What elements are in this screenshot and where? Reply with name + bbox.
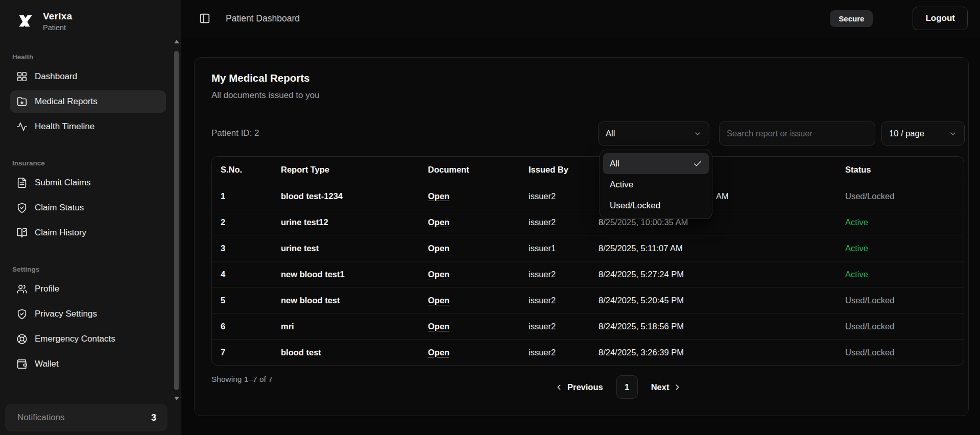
open-document-link[interactable]: Open xyxy=(428,348,449,357)
scrollbar-thumb[interactable] xyxy=(174,51,179,390)
next-page-button[interactable]: Next xyxy=(651,382,682,392)
patient-id-label: Patient ID: 2 xyxy=(211,128,259,138)
cell-sno: 7 xyxy=(221,348,281,357)
status-filter-select[interactable]: All xyxy=(598,122,709,146)
shield-check-icon xyxy=(16,202,28,213)
book-check-icon xyxy=(16,227,28,238)
sidebar-item-submit-claims[interactable]: Submit Claims xyxy=(10,172,166,194)
sidebar-item-dashboard[interactable]: Dashboard xyxy=(10,65,166,88)
cell-issued-at: 8/24/2025, 3:26:39 PM xyxy=(599,348,845,357)
open-document-link[interactable]: Open xyxy=(428,296,449,305)
section-label-settings: Settings xyxy=(12,265,166,273)
dropdown-option-active[interactable]: Active xyxy=(603,174,709,195)
main-area: Patient Dashboard Secure Logout My Medic… xyxy=(181,0,980,435)
content: My Medical Reports All documents issued … xyxy=(181,37,980,435)
scroll-up-arrow-icon[interactable] xyxy=(174,40,179,43)
cell-issued-by: issuer1 xyxy=(529,244,599,253)
sidebar-item-medical-reports[interactable]: Medical Reports xyxy=(10,90,166,113)
status-badge: Used/Locked xyxy=(845,191,964,201)
life-buoy-icon xyxy=(16,333,28,345)
table-row: 5new blood testOpenissuer28/24/2025, 5:2… xyxy=(212,287,964,313)
section-label-insurance: Insurance xyxy=(12,159,166,167)
sidebar-item-privacy-settings[interactable]: Privacy Settings xyxy=(10,303,166,325)
cell-issued-by: issuer2 xyxy=(529,270,599,279)
cell-report-type: new blood test xyxy=(281,296,428,305)
cell-report-type: urine test xyxy=(281,244,428,253)
previous-page-button[interactable]: Previous xyxy=(555,382,603,392)
sidebar-item-label: Wallet xyxy=(35,359,59,369)
topbar: Patient Dashboard Secure Logout xyxy=(181,0,980,37)
cell-sno: 3 xyxy=(221,244,281,253)
sidebar-item-label: Profile xyxy=(35,284,59,294)
dropdown-option-all[interactable]: All xyxy=(603,153,709,174)
sidebar: Verixa Patient HealthDashboardMedical Re… xyxy=(0,0,181,435)
sidebar-item-claim-status[interactable]: Claim Status xyxy=(10,197,166,219)
card-subtitle: All documents issued to you xyxy=(211,90,320,101)
cell-sno: 2 xyxy=(221,218,281,227)
dashboard-grid-icon xyxy=(16,71,28,82)
column-header: Document xyxy=(428,165,529,175)
status-badge: Used/Locked xyxy=(845,348,964,357)
sidebar-item-label: Health Timeline xyxy=(35,122,94,132)
cell-issued-by: issuer2 xyxy=(529,218,599,227)
sidebar-nav: HealthDashboardMedical ReportsHealth Tim… xyxy=(10,53,166,375)
sidebar-item-label: Emergency Contacts xyxy=(35,334,115,344)
cell-report-type: mri xyxy=(281,322,428,331)
table-header-row: S.No.Report TypeDocumentIssued ByStatus xyxy=(212,157,964,183)
cell-issued-at: 8/25/2025, 5:11:07 AM xyxy=(599,244,845,253)
sidebar-item-profile[interactable]: Profile xyxy=(10,278,166,300)
open-document-link[interactable]: Open xyxy=(428,244,449,253)
sidebar-toggle-icon[interactable] xyxy=(199,13,210,24)
notifications-label: Notifications xyxy=(17,413,65,423)
cell-sno: 1 xyxy=(221,191,281,201)
page-title: Patient Dashboard xyxy=(226,13,300,24)
dropdown-option-used-locked[interactable]: Used/Locked xyxy=(603,195,709,216)
table-row: 2urine test12Openissuer28/25/2025, 10:00… xyxy=(212,209,964,235)
status-badge: Active xyxy=(845,244,964,253)
status-filter-value: All xyxy=(606,129,615,138)
brand: Verixa Patient xyxy=(14,8,166,34)
table-row: 4new blood test1Openissuer28/24/2025, 5:… xyxy=(212,261,964,287)
status-badge: Used/Locked xyxy=(845,322,964,331)
cell-issued-at: 8/24/2025, 5:18:56 PM xyxy=(599,322,845,331)
open-document-link[interactable]: Open xyxy=(428,218,449,227)
chevron-down-icon xyxy=(949,130,957,138)
search-field[interactable] xyxy=(719,122,875,146)
search-input[interactable] xyxy=(727,129,868,138)
open-document-link[interactable]: Open xyxy=(428,322,449,331)
users-icon xyxy=(16,283,28,295)
sidebar-scrollbar[interactable] xyxy=(174,40,180,400)
sidebar-item-health-timeline[interactable]: Health Timeline xyxy=(10,115,166,138)
dropdown-option-label: Used/Locked xyxy=(610,201,660,211)
cell-issued-by: issuer2 xyxy=(529,322,599,331)
open-document-link[interactable]: Open xyxy=(428,191,449,201)
sidebar-item-label: Claim Status xyxy=(35,203,84,213)
showing-count-text: Showing 1–7 of 7 xyxy=(211,373,278,385)
sidebar-item-claim-history[interactable]: Claim History xyxy=(10,222,166,244)
status-badge: Active xyxy=(845,270,964,279)
card-title: My Medical Reports xyxy=(211,72,310,84)
column-header: S.No. xyxy=(221,165,281,175)
cell-sno: 4 xyxy=(221,270,281,279)
notifications-panel[interactable]: Notifications 3 xyxy=(5,404,168,431)
cell-issued-by: issuer2 xyxy=(529,348,599,357)
dropdown-option-label: Active xyxy=(610,180,633,190)
activity-icon xyxy=(16,121,28,132)
column-header: Status xyxy=(845,165,964,175)
cell-issued-by: issuer2 xyxy=(529,296,599,305)
cell-report-type: urine test12 xyxy=(281,218,428,227)
status-badge: Used/Locked xyxy=(845,296,964,305)
sidebar-item-emergency-contacts[interactable]: Emergency Contacts xyxy=(10,328,166,350)
page-size-select[interactable]: 10 / page xyxy=(881,122,965,146)
status-filter-dropdown: AllActiveUsed/Locked xyxy=(600,150,712,219)
sidebar-item-wallet[interactable]: Wallet xyxy=(10,353,166,375)
shield-check-icon xyxy=(16,308,28,320)
scroll-down-arrow-icon[interactable] xyxy=(174,397,179,400)
sidebar-item-label: Medical Reports xyxy=(35,96,98,107)
file-text-icon xyxy=(16,177,28,188)
previous-label: Previous xyxy=(567,382,603,392)
logout-button[interactable]: Logout xyxy=(913,7,968,30)
page-number-button[interactable]: 1 xyxy=(616,375,638,399)
open-document-link[interactable]: Open xyxy=(428,270,449,279)
check-icon xyxy=(693,159,702,168)
